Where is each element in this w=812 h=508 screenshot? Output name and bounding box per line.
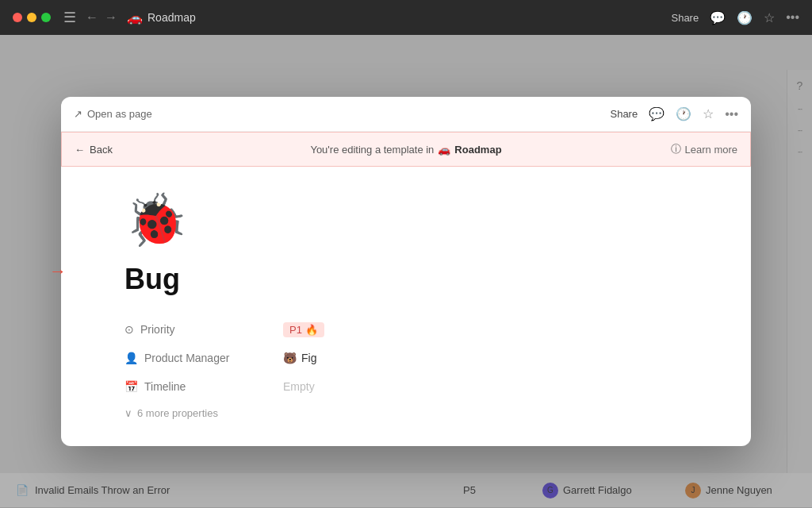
modal-share-button[interactable]: Share	[610, 108, 638, 120]
property-row-timeline: 📅 Timeline Empty	[124, 372, 688, 401]
template-db-emoji: 🚗	[438, 144, 450, 156]
nav-buttons: ← →	[86, 10, 117, 25]
manager-name: Fig	[301, 352, 316, 364]
forward-nav-icon[interactable]: →	[105, 10, 117, 25]
timeline-label: 📅 Timeline	[124, 380, 283, 393]
modal-overlay: → ↗ Open as page Share 💬 🕐 ☆ ••• ← Back	[0, 35, 812, 508]
modal-history-icon[interactable]: 🕐	[676, 106, 691, 121]
modal-favorite-icon[interactable]: ☆	[703, 106, 714, 121]
timeline-label-text: Timeline	[144, 380, 186, 393]
modal-comment-icon[interactable]: 💬	[649, 106, 665, 121]
titlebar: ☰ ← → 🚗 Roadmap Share 💬 🕐 ☆ •••	[0, 0, 812, 35]
template-editing-text: You're editing a template in 🚗 Roadmap	[310, 144, 501, 156]
fire-emoji: 🔥	[305, 324, 318, 336]
open-as-page-icon: ↗	[74, 108, 82, 120]
back-nav-icon[interactable]: ←	[86, 10, 98, 25]
chevron-down-icon: ∨	[124, 407, 132, 419]
minimize-button[interactable]	[27, 13, 36, 22]
open-as-page-button[interactable]: ↗ Open as page	[74, 108, 152, 120]
priority-value[interactable]: P1 🔥	[283, 322, 324, 337]
traffic-lights	[13, 13, 51, 22]
template-bar: ← Back You're editing a template in 🚗 Ro…	[61, 132, 751, 167]
modal: ↗ Open as page Share 💬 🕐 ☆ ••• ← Back Yo…	[61, 97, 751, 446]
calendar-icon: 📅	[124, 380, 138, 393]
modal-topbar: ↗ Open as page Share 💬 🕐 ☆ •••	[61, 97, 751, 132]
priority-label-text: Priority	[140, 323, 175, 336]
menu-icon[interactable]: ☰	[63, 9, 76, 26]
more-properties-button[interactable]: ∨ 6 more properties	[124, 404, 688, 422]
modal-more-icon[interactable]: •••	[725, 107, 738, 121]
priority-icon: ⊙	[124, 323, 134, 336]
comment-icon[interactable]: 💬	[710, 10, 726, 25]
priority-label: ⊙ Priority	[124, 323, 283, 336]
timeline-empty: Empty	[283, 380, 315, 393]
manager-label-text: Product Manager	[144, 352, 229, 364]
priority-badge[interactable]: P1 🔥	[283, 322, 324, 337]
page-title-bar: 🚗 Roadmap	[127, 10, 196, 25]
share-button-titlebar[interactable]: Share	[671, 12, 699, 24]
help-circle-icon: ⓘ	[671, 142, 681, 156]
modal-content: 🐞 Bug ⊙ Priority P1 🔥 👤	[61, 167, 751, 446]
page-title[interactable]: Bug	[124, 263, 688, 296]
property-row-manager: 👤 Product Manager 🐻 Fig	[124, 344, 688, 372]
property-row-priority: ⊙ Priority P1 🔥	[124, 315, 688, 344]
page-emoji-icon: 🐞	[124, 190, 688, 250]
template-db-name: Roadmap	[454, 144, 501, 156]
back-arrow-icon: ←	[75, 144, 85, 156]
roadmap-emoji: 🚗	[127, 10, 143, 25]
learn-more-button[interactable]: ⓘ Learn more	[671, 142, 737, 156]
learn-more-label: Learn more	[685, 144, 737, 156]
more-properties-label: 6 more properties	[137, 407, 218, 419]
open-as-page-label: Open as page	[87, 108, 152, 120]
history-icon[interactable]: 🕐	[737, 10, 753, 25]
priority-text: P1	[289, 324, 302, 336]
arrow-icon: →	[49, 261, 67, 282]
maximize-button[interactable]	[41, 13, 51, 22]
person-icon: 👤	[124, 352, 138, 364]
manager-value[interactable]: 🐻 Fig	[283, 352, 316, 364]
timeline-value[interactable]: Empty	[283, 380, 315, 393]
modal-topbar-right: Share 💬 🕐 ☆ •••	[610, 106, 738, 121]
close-button[interactable]	[13, 13, 22, 22]
titlebar-actions: Share 💬 🕐 ☆ •••	[671, 10, 799, 25]
manager-label: 👤 Product Manager	[124, 352, 283, 364]
arrow-indicator: →	[49, 261, 67, 282]
favorite-icon[interactable]: ☆	[764, 10, 775, 25]
back-label: Back	[90, 144, 113, 156]
back-button[interactable]: ← Back	[75, 144, 113, 156]
editing-prefix: You're editing a template in	[310, 144, 434, 156]
more-options-icon[interactable]: •••	[786, 10, 799, 25]
titlebar-title-text: Roadmap	[147, 11, 196, 24]
manager-emoji: 🐻	[283, 352, 297, 364]
